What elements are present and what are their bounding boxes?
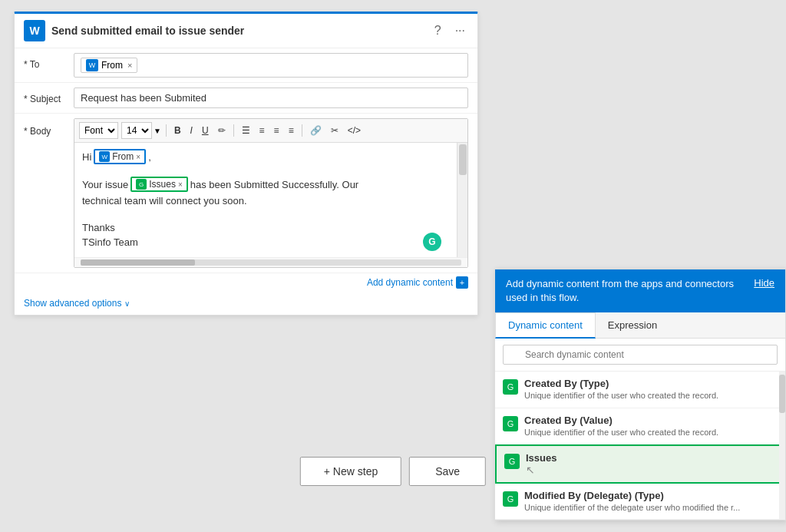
new-step-button[interactable]: + New step: [300, 457, 401, 486]
to-label: * To: [24, 53, 74, 70]
panel-hide-button[interactable]: Hide: [754, 277, 774, 289]
body-field-content: Font 14 ▼ B I U ✏: [74, 118, 468, 268]
link-button[interactable]: 🔗: [307, 124, 325, 137]
subject-field-content: [74, 88, 468, 108]
expression-tab[interactable]: Expression: [596, 312, 669, 338]
search-wrapper: 🔍: [503, 345, 778, 365]
issues-inline-tag: G Issues ×: [130, 177, 188, 192]
editor-main-area[interactable]: Hi W From × ,: [74, 143, 457, 257]
font-size-select[interactable]: 14: [121, 122, 152, 139]
issues-list-item[interactable]: G Issues ↖: [495, 444, 785, 484]
tag-icon: W: [86, 59, 98, 71]
italic-button[interactable]: I: [187, 124, 196, 137]
subject-input[interactable]: [74, 88, 468, 108]
item-icon: G: [503, 379, 518, 395]
dynamic-content-search-input[interactable]: [503, 345, 778, 365]
editor-with-scrollbar: Hi W From × ,: [74, 143, 467, 257]
add-dynamic-content-row: Add dynamic content +: [15, 273, 477, 292]
save-button[interactable]: Save: [409, 457, 486, 486]
panel-header: Add dynamic content from the apps and co…: [495, 269, 785, 312]
item-content: Created By (Type) Unique identifier of t…: [524, 378, 778, 401]
greeting-dot: ,: [148, 151, 151, 163]
mouse-cursor: ↖: [526, 464, 535, 476]
list-item[interactable]: G Created By (Value) Unique identifier o…: [495, 408, 785, 444]
item-title: Issues: [526, 452, 776, 464]
closing-2: TSinfo Team: [82, 236, 138, 248]
advanced-options-label: Show advanced options: [24, 298, 121, 309]
dynamic-content-icon: +: [456, 276, 468, 289]
dynamic-content-tab[interactable]: Dynamic content: [495, 312, 596, 339]
card-header: W Send submitted email to issue sender ?…: [15, 14, 477, 48]
from-inline-tag-label: From: [112, 151, 134, 162]
body-text-3-line: technical team will connect you soon.: [82, 195, 449, 207]
body-label: * Body: [24, 118, 74, 137]
issues-inline-tag-label: Issues: [149, 179, 176, 190]
item-desc: Unique identifier of the delegate user w…: [524, 502, 778, 513]
cursor-area: ↖: [526, 464, 776, 476]
from-tag-remove[interactable]: ×: [127, 61, 132, 70]
to-tag-input[interactable]: W From ×: [74, 53, 468, 78]
item-desc: Unique identifier of the user who create…: [524, 427, 778, 438]
to-field-content: W From ×: [74, 53, 468, 78]
align-justify-button[interactable]: ≡: [286, 124, 297, 137]
dynamic-content-panel: Add dynamic content from the apps and co…: [494, 269, 786, 520]
greeting-text: Hi: [82, 151, 91, 163]
h-scroll-bar[interactable]: [81, 259, 461, 266]
greeting-line: Hi W From × ,: [82, 149, 449, 164]
toolbar-sep-3: [302, 124, 302, 137]
body-text-3: technical team will connect you soon.: [82, 195, 247, 207]
body-text-1: Your issue: [82, 179, 128, 190]
panel-scrollbar[interactable]: [779, 372, 785, 520]
issues-inline-tag-icon: G: [136, 179, 147, 190]
font-select[interactable]: Font: [79, 122, 118, 139]
bold-button[interactable]: B: [171, 124, 184, 137]
subject-field-row: * Subject: [15, 83, 477, 114]
list-item[interactable]: G Modified By (Delegate) (Type) Unique i…: [495, 484, 785, 520]
list-ul-button[interactable]: ☰: [239, 124, 253, 137]
more-options-button[interactable]: ···: [452, 22, 468, 39]
editor-scrollbar-thumb: [459, 144, 467, 175]
item-icon: G: [503, 416, 518, 431]
from-inline-tag: W From ×: [94, 149, 146, 164]
add-dynamic-content-link[interactable]: Add dynamic content: [367, 277, 453, 288]
list-item[interactable]: G Created By (Type) Unique identifier of…: [495, 372, 785, 408]
card-header-actions: ? ···: [431, 22, 468, 39]
item-content: Issues ↖: [526, 452, 776, 476]
editor-toolbar: Font 14 ▼ B I U ✏: [74, 119, 467, 143]
grammarly-icon: G: [423, 233, 441, 251]
item-title: Created By (Type): [524, 378, 778, 389]
advanced-options-row[interactable]: Show advanced options ∨: [15, 292, 477, 315]
align-center-button[interactable]: ≡: [256, 124, 268, 137]
font-size-chevron: ▼: [154, 127, 161, 135]
closing-2-line: TSinfo Team: [82, 236, 449, 248]
from-tag: W From ×: [81, 58, 137, 73]
panel-scrollbar-thumb: [779, 375, 785, 413]
highlight-button[interactable]: ✏: [215, 124, 229, 137]
body-editor[interactable]: Font 14 ▼ B I U ✏: [74, 118, 468, 268]
from-inline-tag-remove[interactable]: ×: [136, 153, 140, 161]
panel-search-area: 🔍: [495, 339, 785, 372]
panel-header-text: Add dynamic content from the apps and co…: [506, 277, 736, 305]
empty-line: [82, 167, 449, 173]
dynamic-content-list: G Created By (Type) Unique identifier of…: [495, 372, 785, 520]
issues-inline-tag-remove[interactable]: ×: [178, 180, 183, 189]
advanced-options-chevron: ∨: [124, 299, 130, 308]
bottom-actions: + New step Save: [300, 457, 486, 486]
toolbar-sep-2: [233, 124, 234, 137]
scissors-button[interactable]: ✂: [328, 124, 342, 137]
horizontal-scroll: [81, 259, 461, 266]
card-icon: W: [24, 20, 45, 41]
item-title: Created By (Value): [524, 415, 778, 426]
page-wrapper: W Send submitted email to issue sender ?…: [0, 0, 786, 532]
issue-line: Your issue G Issues × has been Submitted…: [82, 177, 449, 192]
underline-button[interactable]: U: [199, 124, 212, 137]
align-right-button[interactable]: ≡: [271, 124, 282, 137]
item-icon: G: [504, 454, 520, 469]
item-content: Modified By (Delegate) (Type) Unique ide…: [524, 490, 778, 513]
from-tag-label: From: [101, 60, 123, 71]
editor-scrollbar[interactable]: [457, 143, 467, 257]
code-button[interactable]: </>: [345, 124, 364, 137]
email-action-card: W Send submitted email to issue sender ?…: [14, 12, 478, 316]
help-button[interactable]: ?: [431, 22, 444, 39]
editor-content[interactable]: Hi W From × ,: [74, 143, 457, 257]
